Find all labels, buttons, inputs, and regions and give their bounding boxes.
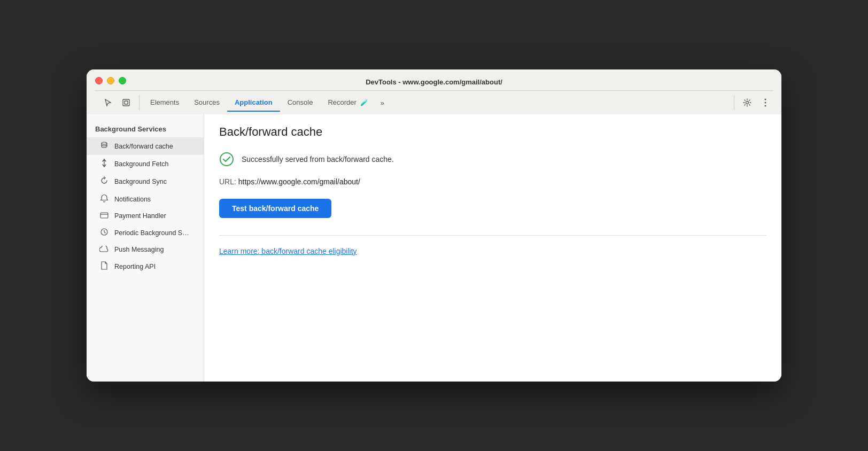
cursor-icon[interactable] [100,95,115,110]
toolbar-right [734,95,773,110]
devtools-window: DevTools - www.google.com/gmail/about/ E… [87,69,781,382]
content-area: Background Services Back/forward cache [87,114,781,382]
toolbar: Elements Sources Application Console Rec… [95,90,773,114]
sidebar-item-periodic-background-sync[interactable]: Periodic Background S… [87,224,204,242]
cloud-icon [99,245,109,254]
svg-point-5 [765,105,766,107]
fetch-icon [99,159,109,169]
sidebar-item-push-messaging[interactable]: Push Messaging [87,242,204,258]
sidebar-section-title: Background Services [87,123,204,137]
svg-rect-1 [125,101,128,104]
svg-rect-0 [123,99,129,106]
url-label: URL: [219,177,236,186]
svg-point-3 [765,99,766,100]
titlebar: DevTools - www.google.com/gmail/about/ E… [87,69,781,114]
success-icon [219,152,234,167]
tab-application[interactable]: Application [227,94,280,112]
sidebar-item-background-fetch[interactable]: Background Fetch [87,155,204,173]
sidebar-item-payment-handler[interactable]: Payment Handler [87,208,204,224]
clock-icon [99,228,109,238]
sidebar-item-label: Notifications [114,196,151,203]
sidebar-item-label: Back/forward cache [114,143,173,150]
settings-icon[interactable] [740,95,755,110]
document-icon [99,261,109,271]
inspect-icon[interactable] [119,95,134,110]
svg-point-6 [102,142,107,144]
sidebar-item-label: Background Sync [114,178,167,185]
svg-point-4 [765,102,766,104]
payment-icon [99,212,109,220]
tab-elements[interactable]: Elements [143,94,187,112]
svg-rect-7 [100,213,108,218]
sidebar-item-label: Periodic Background S… [114,229,189,237]
svg-point-10 [220,153,233,166]
sidebar-item-label: Push Messaging [114,246,164,253]
more-options-icon[interactable] [758,95,773,110]
sidebar-item-background-sync[interactable]: Background Sync [87,173,204,190]
main-content: Back/forward cache Successfully served f… [204,114,781,382]
window-title: DevTools - www.google.com/gmail/about/ [95,78,773,86]
divider [219,235,766,236]
bell-icon [99,194,109,204]
learn-more-link[interactable]: Learn more: back/forward cache eligibili… [219,247,357,255]
sidebar-item-back-forward-cache[interactable]: Back/forward cache [87,137,204,155]
test-button[interactable]: Test back/forward cache [219,199,331,218]
tab-recorder[interactable]: Recorder 🧪 [320,94,376,112]
sidebar-item-label: Payment Handler [114,212,166,220]
sidebar-item-label: Reporting API [114,263,156,270]
more-tabs-button[interactable]: » [376,95,388,111]
sidebar-item-notifications[interactable]: Notifications [87,190,204,208]
success-message: Successfully served from back/forward ca… [242,155,394,164]
tab-console[interactable]: Console [280,94,321,112]
database-icon [99,141,109,151]
tab-sources[interactable]: Sources [187,94,227,112]
sync-icon [99,176,109,186]
sidebar: Background Services Back/forward cache [87,114,204,382]
sidebar-item-label: Background Fetch [114,160,168,168]
page-title: Back/forward cache [219,125,766,139]
toolbar-icon-group [95,95,140,110]
url-row: URL: https://www.google.com/gmail/about/ [219,177,766,186]
sidebar-item-reporting-api[interactable]: Reporting API [87,258,204,275]
svg-point-2 [746,102,749,104]
url-value: https://www.google.com/gmail/about/ [238,177,360,186]
success-row: Successfully served from back/forward ca… [219,152,766,167]
